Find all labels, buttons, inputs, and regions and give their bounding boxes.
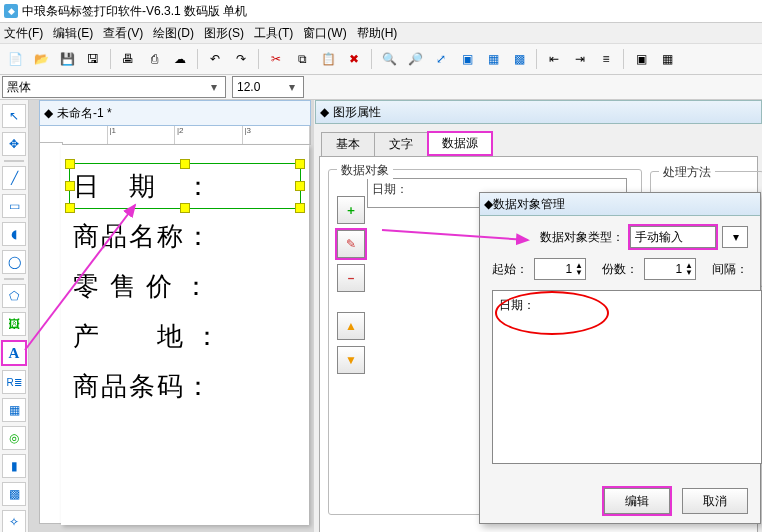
type-value: 手动输入 [635, 229, 683, 246]
grid-icon[interactable]: ▩ [508, 48, 530, 70]
label-page[interactable]: 日 期 ： 商品名称： 零 售 价 ： 产 地 ： 商品条码： [61, 145, 309, 525]
save-icon[interactable]: 💾 [56, 48, 78, 70]
separator [4, 160, 24, 162]
move-down-icon[interactable]: ▼ [337, 346, 365, 374]
polygon-tool-icon[interactable]: ⬠ [2, 284, 26, 308]
remove-button-icon[interactable]: － [337, 264, 365, 292]
menu-view[interactable]: 查看(V) [103, 25, 143, 42]
start-value: 1 [565, 262, 572, 276]
dialog-title-bar[interactable]: ◆ 数据对象管理 [480, 193, 760, 216]
cloud-icon[interactable]: ☁ [169, 48, 191, 70]
text-tool-icon[interactable]: A [1, 340, 27, 366]
resize-handle[interactable] [295, 181, 305, 191]
separator [4, 278, 24, 280]
type-combo[interactable]: 手动输入 [630, 226, 716, 248]
menu-file[interactable]: 文件(F) [4, 25, 43, 42]
menu-bar: 文件(F) 编辑(E) 查看(V) 绘图(D) 图形(S) 工具(T) 窗口(W… [0, 23, 762, 44]
resize-handle[interactable] [295, 159, 305, 169]
menu-shape[interactable]: 图形(S) [204, 25, 244, 42]
more2-icon[interactable]: ▦ [656, 48, 678, 70]
menu-help[interactable]: 帮助(H) [357, 25, 398, 42]
gap-label: 间隔： [712, 261, 748, 278]
pan-tool-icon[interactable]: ✥ [2, 132, 26, 156]
paste-icon[interactable]: 📋 [317, 48, 339, 70]
edit-button[interactable]: 编辑 [604, 488, 670, 514]
add-button-icon[interactable]: ＋ [337, 196, 365, 224]
canvas-text-product[interactable]: 商品名称： [73, 219, 213, 254]
canvas-text-origin[interactable]: 产 地 ： [73, 319, 222, 354]
tab-basic[interactable]: 基本 [321, 132, 375, 156]
content-textarea[interactable]: 日期： [492, 290, 762, 464]
print-icon[interactable]: 🖶 [117, 48, 139, 70]
separator [536, 49, 537, 69]
separator [623, 49, 624, 69]
font-size-value: 12.0 [237, 80, 260, 94]
richtext-tool-icon[interactable]: R≣ [2, 370, 26, 394]
barcode-tool-icon[interactable]: ▮ [2, 454, 26, 478]
data-object-item: 日期： [372, 182, 408, 196]
rect-tool-icon[interactable]: ▭ [2, 194, 26, 218]
roundrect-tool-icon[interactable]: ◖ [2, 222, 26, 246]
zoom-sel-icon[interactable]: ▦ [482, 48, 504, 70]
shape-tool-icon[interactable]: ✧ [2, 510, 26, 532]
menu-window[interactable]: 窗口(W) [303, 25, 346, 42]
menu-draw[interactable]: 绘图(D) [153, 25, 194, 42]
zoom-out-icon[interactable]: 🔎 [404, 48, 426, 70]
undo-icon[interactable]: ↶ [204, 48, 226, 70]
resize-handle[interactable] [180, 203, 190, 213]
menu-tools[interactable]: 工具(T) [254, 25, 293, 42]
start-spin[interactable]: 1▲▼ [534, 258, 586, 280]
title-bar: ◆ 中琅条码标签打印软件-V6.3.1 数码版 单机 [0, 0, 762, 23]
qrcode-tool-icon[interactable]: ▩ [2, 482, 26, 506]
zoom-fit-icon[interactable]: ▣ [456, 48, 478, 70]
table-tool-icon[interactable]: ▦ [2, 398, 26, 422]
align-left-icon[interactable]: ⇤ [543, 48, 565, 70]
redo-icon[interactable]: ↷ [230, 48, 252, 70]
separator [197, 49, 198, 69]
spacer [337, 298, 365, 306]
panel-tabs: 基本 文字 数据源 [315, 130, 762, 156]
font-family-select[interactable]: 黑体 ▾ [2, 76, 226, 98]
annotation-oval [495, 291, 609, 335]
move-up-icon[interactable]: ▲ [337, 312, 365, 340]
image-tool-icon[interactable]: 🖼 [2, 312, 26, 336]
zoom-in-icon[interactable]: 🔍 [378, 48, 400, 70]
target-tool-icon[interactable]: ◎ [2, 426, 26, 450]
more1-icon[interactable]: ▣ [630, 48, 652, 70]
edit-button-icon[interactable]: ✎ [337, 230, 365, 258]
count-spin[interactable]: 1▲▼ [644, 258, 696, 280]
open-icon[interactable]: 📂 [30, 48, 52, 70]
canvas-text-date[interactable]: 日 期 ： [73, 169, 213, 204]
line-tool-icon[interactable]: ╱ [2, 166, 26, 190]
chevron-down-icon: ▾ [207, 80, 221, 94]
menu-edit[interactable]: 编辑(E) [53, 25, 93, 42]
cut-icon[interactable]: ✂ [265, 48, 287, 70]
type-dropdown-button[interactable]: ▾ [722, 226, 748, 248]
panel-title: 图形属性 [333, 104, 381, 121]
select-tool-icon[interactable]: ↖ [2, 104, 26, 128]
copy-icon[interactable]: ⧉ [291, 48, 313, 70]
tool-palette: ↖ ✥ ╱ ▭ ◖ ◯ ⬠ 🖼 A R≣ ▦ ◎ ▮ ▩ ✧ [0, 100, 29, 532]
document-tab[interactable]: ◆ 未命名-1 * [39, 100, 311, 126]
resize-handle[interactable] [65, 203, 75, 213]
zoom-100-icon[interactable]: ⤢ [430, 48, 452, 70]
count-label: 份数： [602, 261, 638, 278]
align-dist-icon[interactable]: ≡ [595, 48, 617, 70]
canvas-text-price[interactable]: 零 售 价 ： [73, 269, 211, 304]
canvas-text-barcode[interactable]: 商品条码： [73, 369, 213, 404]
print-preview-icon[interactable]: ⎙ [143, 48, 165, 70]
cancel-button[interactable]: 取消 [682, 488, 748, 514]
tab-datasource[interactable]: 数据源 [427, 131, 493, 156]
delete-icon[interactable]: ✖ [343, 48, 365, 70]
dialog-title: 数据对象管理 [493, 196, 565, 213]
new-icon[interactable]: 📄 [4, 48, 26, 70]
tab-text[interactable]: 文字 [374, 132, 428, 156]
resize-handle[interactable] [180, 159, 190, 169]
ellipse-tool-icon[interactable]: ◯ [2, 250, 26, 274]
font-size-select[interactable]: 12.0 ▾ [232, 76, 304, 98]
resize-handle[interactable] [65, 159, 75, 169]
align-right-icon[interactable]: ⇥ [569, 48, 591, 70]
saveas-icon[interactable]: 🖫 [82, 48, 104, 70]
resize-handle[interactable] [295, 203, 305, 213]
panel-title-bar: ◆ 图形属性 [315, 100, 762, 124]
